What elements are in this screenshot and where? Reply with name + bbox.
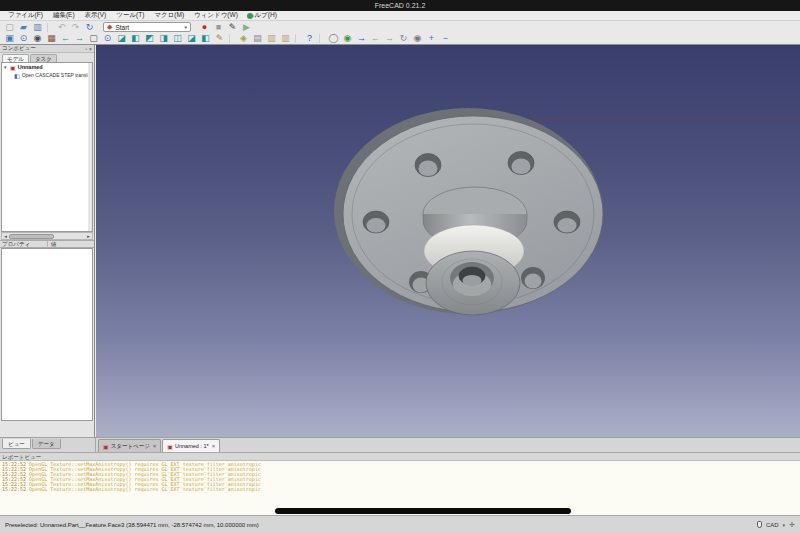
menu-windows[interactable]: ウィンドウ(W) — [190, 11, 242, 20]
tab-start-page[interactable]: ▣ スタートページ × — [98, 439, 161, 452]
bounding-box-button[interactable]: ▤ — [251, 33, 264, 44]
macro-icons: ●■✎▶ — [198, 22, 253, 33]
nav-back-button[interactable]: ← — [59, 33, 72, 44]
stop-nav-button[interactable]: ◉ — [411, 33, 424, 44]
tab-view-props[interactable]: ビュー — [2, 439, 31, 449]
float-panel-icon[interactable]: ▫ — [85, 46, 87, 52]
nav-forward-button[interactable]: → — [73, 33, 86, 44]
clipboard-paste-button[interactable]: ▥ — [279, 33, 292, 44]
document-tabs: ▣ スタートページ × ▣ Unnamed : 1* × — [96, 438, 220, 452]
arrow-tool-button[interactable]: → — [355, 33, 368, 44]
navigation-style-label[interactable]: CAD — [766, 522, 779, 528]
refresh-button[interactable]: ↻ — [83, 22, 96, 33]
draw-style-button[interactable]: ◉ — [31, 33, 44, 44]
main-area: コンボビュー ▫ × モデルタスク ▾ ▣ Unnamed ◧ Open CAS… — [0, 45, 800, 437]
freecad-window: FreeCAD 0.21.2 ファイル(F)編集(E)表示(V)ツール(T)マク… — [0, 0, 800, 533]
edit-macro-button[interactable]: ✎ — [226, 22, 239, 33]
view-rear-button[interactable]: ◫ — [171, 33, 184, 44]
texture-button[interactable]: ◈ — [237, 33, 250, 44]
close-tab-icon[interactable]: × — [212, 443, 216, 449]
expander-icon[interactable]: ▾ — [4, 64, 8, 70]
fit-all-button[interactable]: ▣ — [3, 33, 16, 44]
view-isometric-button[interactable]: ◪ — [115, 33, 128, 44]
save-button[interactable]: ▥ — [31, 22, 44, 33]
zoom-box-button[interactable]: ⊙ — [101, 33, 114, 44]
toolbar-icon — [229, 34, 234, 43]
redo-button[interactable]: ↷ — [69, 22, 82, 33]
status-bar: Preselected: Unnamed.Part__Feature.Face3… — [0, 515, 800, 533]
view-front-button[interactable]: ◧ — [129, 33, 142, 44]
run-macro-button[interactable]: ▶ — [240, 22, 253, 33]
record-macro-button[interactable]: ● — [198, 22, 211, 33]
preselection-status: Preselected: Unnamed.Part__Feature.Face3… — [5, 522, 259, 528]
zoom-in-button[interactable]: + — [425, 33, 438, 44]
fullscreen-button[interactable]: ▢ — [87, 33, 100, 44]
stop-macro-button[interactable]: ■ — [212, 22, 225, 33]
menu-macro[interactable]: マクロ(M) — [150, 11, 188, 20]
view-bottom-button[interactable]: ◪ — [185, 33, 198, 44]
menu-bar: ファイル(F)編集(E)表示(V)ツール(T)マクロ(M)ウィンドウ(W)ヘルプ… — [0, 11, 800, 21]
menu-view[interactable]: 表示(V) — [81, 11, 111, 20]
close-panel-icon[interactable]: × — [89, 46, 92, 52]
scroll-right-icon[interactable]: ► — [85, 234, 92, 239]
property-column-label: プロパティ — [0, 241, 48, 248]
zoom-out-button[interactable]: − — [439, 33, 452, 44]
freecad-file-icon: ▣ — [103, 443, 109, 450]
chevron-down-icon[interactable]: ▾ — [783, 522, 786, 528]
menu-file[interactable]: ファイル(F) — [4, 11, 47, 20]
tree-item-step-import[interactable]: ◧ Open CASCADE STEP translator 7.7 — [2, 71, 92, 79]
workbench-selector[interactable]: ◆ Start ▾ — [103, 22, 191, 32]
remote-connection-icon[interactable] — [247, 13, 253, 19]
tree-horizontal-scrollbar[interactable]: ◄ ► — [1, 232, 93, 240]
log-line: 15:22:52 OpenGL Texture::setMaxAnisotrop… — [2, 487, 800, 492]
scrollbar-thumb[interactable] — [9, 234, 54, 239]
model-tree[interactable]: ▾ ▣ Unnamed ◧ Open CASCADE STEP translat… — [1, 62, 93, 232]
combo-view-header: コンボビュー ▫ × — [0, 45, 94, 53]
next-view-button[interactable]: → — [383, 33, 396, 44]
video-scrubber-bar[interactable] — [275, 508, 571, 514]
prev-view-button[interactable]: ← — [369, 33, 382, 44]
tree-item-label: Unnamed — [18, 64, 43, 70]
center-hole-inner-wall — [463, 275, 482, 286]
document-tab-label: スタートページ — [111, 443, 150, 450]
tab-document-unnamed[interactable]: ▣ Unnamed : 1* × — [162, 439, 220, 452]
tab-model[interactable]: モデル — [2, 54, 29, 62]
file-icons: ▢▰▥↶↷↻ — [3, 22, 96, 33]
dimension-icon[interactable]: ✛ — [789, 521, 795, 529]
file-toolbar: ▢▰▥↶↷↻ ◆ Start ▾ ●■✎▶ — [0, 21, 800, 33]
appearance-button[interactable]: ▦ — [45, 33, 58, 44]
3d-viewport[interactable] — [96, 45, 800, 437]
tree-vertical-scrollbar[interactable] — [88, 63, 92, 231]
title-bar[interactable]: FreeCAD 0.21.2 — [0, 0, 800, 11]
tab-tasks[interactable]: タスク — [30, 54, 57, 62]
workbench-label: Start — [115, 24, 129, 31]
measure-button[interactable]: ✎ — [213, 33, 226, 44]
view-right-button[interactable]: ◨ — [157, 33, 170, 44]
tree-item-document[interactable]: ▾ ▣ Unnamed — [2, 63, 92, 71]
report-log[interactable]: 15:22:52 OpenGL Texture::setMaxAnisotrop… — [0, 461, 800, 492]
bolt-hole-bottom-right — [521, 267, 545, 289]
combo-view-panel: コンボビュー ▫ × モデルタスク ▾ ▣ Unnamed ◧ Open CAS… — [0, 45, 95, 437]
view-top-button[interactable]: ◩ — [143, 33, 156, 44]
window-title: FreeCAD 0.21.2 — [375, 2, 426, 9]
tab-data-props[interactable]: データ — [32, 439, 61, 449]
new-file-button[interactable]: ▢ — [3, 22, 16, 33]
scroll-left-icon[interactable]: ◄ — [2, 234, 9, 239]
mouse-icon — [757, 521, 762, 528]
undo-button[interactable]: ↶ — [55, 22, 68, 33]
tree-item-label: Open CASCADE STEP translator 7.7 — [22, 72, 93, 78]
clipboard-button[interactable]: ▥ — [265, 33, 278, 44]
ellipse-tool-button[interactable]: ◯ — [327, 33, 340, 44]
open-file-button[interactable]: ▰ — [17, 22, 30, 33]
sphere-tool-button[interactable]: ◉ — [341, 33, 354, 44]
property-editor[interactable] — [1, 248, 93, 421]
menu-edit[interactable]: 編集(E) — [49, 11, 79, 20]
close-tab-icon[interactable]: × — [153, 443, 157, 449]
toolbar-icon — [295, 34, 300, 43]
fit-selection-button[interactable]: ⊙ — [17, 33, 30, 44]
document-tab-label: Unnamed : 1* — [175, 443, 209, 449]
sync-view-button[interactable]: ↻ — [397, 33, 410, 44]
menu-tools[interactable]: ツール(T) — [112, 11, 148, 20]
whats-this-button[interactable]: ? — [303, 33, 316, 44]
view-left-button[interactable]: ◧ — [199, 33, 212, 44]
